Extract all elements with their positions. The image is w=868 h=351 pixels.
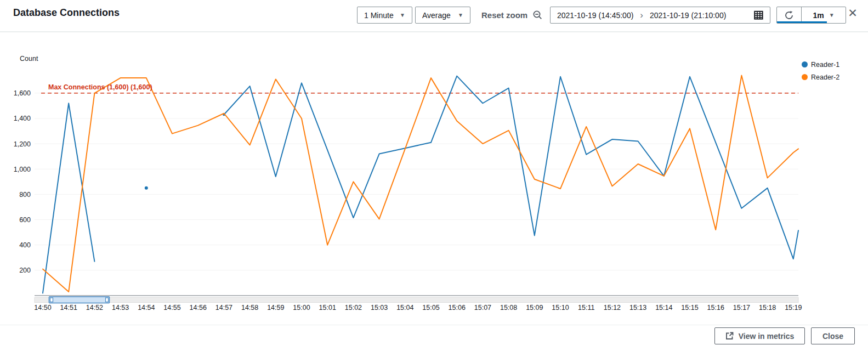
refresh-icon [784, 10, 794, 20]
connections-line-chart: 2004006008001,0001,2001,4001,60014:5014:… [0, 0, 868, 351]
x-tick-label: 14:59 [267, 304, 284, 312]
x-tick-label: 15:18 [759, 304, 776, 312]
x-tick-label: 15:11 [578, 304, 594, 312]
x-tick-label: 15:10 [552, 304, 569, 312]
close-icon[interactable]: ✕ [846, 6, 860, 20]
y-tick-label: 800 [19, 191, 31, 199]
x-tick-label: 15:14 [655, 304, 672, 312]
x-tick-label: 14:52 [86, 304, 103, 312]
refresh-button[interactable] [777, 7, 801, 23]
footer-divider [0, 325, 868, 325]
x-tick-label: 15:09 [526, 304, 543, 312]
refresh-interval-value: 1m [813, 11, 824, 20]
x-tick-label: 15:06 [449, 304, 466, 312]
legend-item-reader-1[interactable]: Reader-1 [802, 58, 839, 71]
chevron-down-icon: ▼ [829, 12, 835, 18]
x-tick-label: 15:04 [396, 304, 413, 312]
x-tick-label: 15:05 [422, 304, 439, 312]
close-button-label: Close [822, 332, 843, 341]
x-tick-label: 15:00 [293, 304, 310, 312]
x-tick-label: 15:07 [474, 304, 491, 312]
date-range-end: 2021-10-19 (21:10:00) [650, 11, 726, 20]
external-link-icon [725, 332, 734, 340]
reset-zoom-button[interactable]: Reset zoom [481, 7, 543, 24]
series-line-reader-1[interactable] [224, 76, 798, 259]
view-in-metrics-label: View in metrics [739, 332, 795, 341]
header-divider [0, 31, 868, 32]
chevron-down-icon: ▼ [400, 12, 405, 18]
y-tick-label: 1,000 [14, 166, 31, 173]
close-button[interactable]: Close [811, 327, 855, 344]
x-tick-label: 15:02 [345, 304, 362, 312]
legend-label-reader-2: Reader-2 [811, 73, 839, 81]
chevron-down-icon: ▼ [458, 12, 463, 18]
legend-swatch-reader-1 [802, 61, 808, 67]
auto-refresh-control: 1m ▼ [776, 7, 846, 24]
isolated-data-point-reader-1[interactable] [145, 186, 148, 190]
x-tick-label: 15:15 [681, 304, 698, 312]
max-connections-annotation: Max Connections (1,600) (1,600) [48, 83, 152, 91]
x-tick-label: 15:12 [604, 304, 621, 312]
legend-swatch-reader-2 [802, 74, 808, 80]
x-tick-label: 15:19 [785, 304, 802, 312]
zoom-out-icon [532, 10, 543, 20]
y-tick-label: 200 [19, 267, 31, 274]
statistic-dropdown-value: Average [422, 11, 451, 20]
period-dropdown-value: 1 Minute [364, 11, 394, 20]
statistic-dropdown[interactable]: Average ▼ [415, 7, 470, 24]
legend-item-reader-2[interactable]: Reader-2 [802, 71, 839, 83]
chart-hscroll-thumb[interactable] [49, 297, 109, 303]
x-tick-label: 15:01 [319, 304, 336, 312]
chart-hscroll-track[interactable] [35, 298, 798, 303]
y-tick-label: 1,200 [14, 140, 31, 148]
x-tick-label: 15:13 [629, 304, 646, 312]
reset-zoom-label: Reset zoom [481, 10, 527, 20]
legend-label-reader-1: Reader-1 [811, 61, 839, 69]
x-tick-label: 14:56 [190, 304, 207, 312]
x-tick-label: 15:16 [707, 304, 724, 312]
x-tick-label: 15:17 [733, 304, 750, 312]
y-axis-title: Count [20, 55, 38, 63]
dialog-title: Database Connections [13, 7, 120, 19]
series-line-reader-2[interactable] [43, 75, 798, 292]
x-tick-label: 14:54 [138, 304, 155, 312]
period-dropdown[interactable]: 1 Minute ▼ [357, 7, 412, 24]
date-range-start: 2021-10-19 (14:45:00) [557, 11, 633, 20]
series-line-reader-1[interactable] [43, 103, 94, 293]
y-tick-label: 1,400 [14, 115, 31, 122]
refresh-progress-bar [777, 21, 827, 23]
y-tick-label: 400 [19, 241, 31, 249]
calendar-icon [754, 10, 763, 20]
hscroll-thumb-left-handle[interactable] [50, 298, 53, 302]
date-range-picker[interactable]: 2021-10-19 (14:45:00) › 2021-10-19 (21:1… [550, 7, 770, 24]
y-tick-label: 600 [19, 216, 31, 224]
chevron-right-icon: › [640, 10, 643, 21]
x-tick-label: 15:03 [371, 304, 388, 312]
hscroll-thumb-right-handle[interactable] [106, 298, 109, 302]
x-tick-label: 14:58 [241, 304, 258, 312]
chart-legend: Reader-1 Reader-2 [802, 58, 839, 83]
view-in-metrics-button[interactable]: View in metrics [714, 327, 805, 344]
metric-dialog: 2004006008001,0001,2001,4001,60014:5014:… [0, 0, 868, 351]
x-tick-label: 14:57 [215, 304, 232, 312]
x-tick-label: 14:50 [34, 304, 51, 312]
y-tick-label: 1,600 [14, 89, 31, 97]
refresh-interval-dropdown[interactable]: 1m ▼ [801, 7, 846, 23]
x-tick-label: 15:08 [500, 304, 517, 312]
x-tick-label: 14:53 [112, 304, 129, 312]
x-tick-label: 14:51 [60, 304, 77, 312]
x-tick-label: 14:55 [163, 304, 180, 312]
